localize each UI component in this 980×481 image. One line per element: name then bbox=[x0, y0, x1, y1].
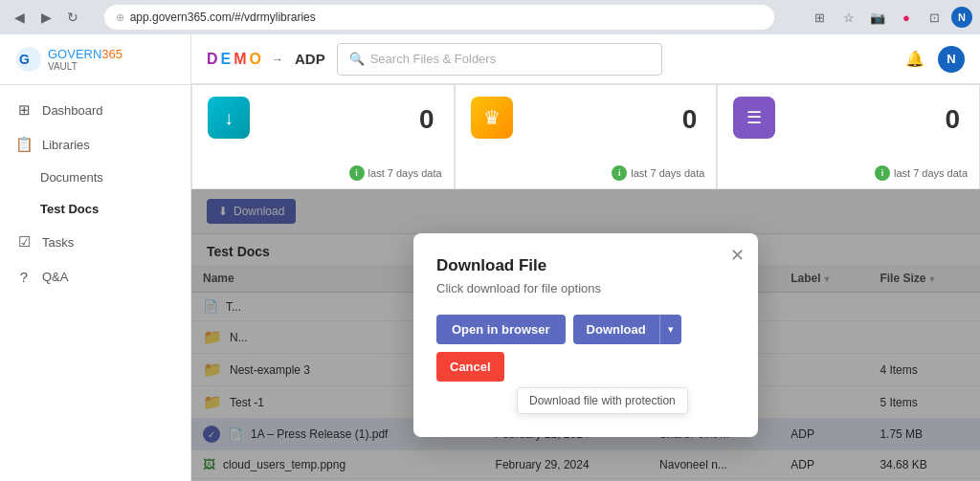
modal-subtitle: Click download for file options bbox=[436, 281, 735, 295]
logo-365: 365 bbox=[101, 47, 122, 61]
stat-icon-gold: ♛ bbox=[471, 97, 513, 139]
download-main-button[interactable]: Download bbox=[573, 315, 659, 344]
extensions-button[interactable]: ⊞ bbox=[808, 5, 833, 30]
sidebar-item-qna[interactable]: ? Q&A bbox=[0, 259, 190, 294]
stat-card-2: ☰ 0 i last 7 days data bbox=[717, 84, 980, 189]
stat-icon-wrap-1: ♛ bbox=[471, 97, 702, 139]
stat-count-1: 0 bbox=[682, 104, 698, 135]
address-bar[interactable]: ⊕ app.govern365.com/#/vdrmylibraries bbox=[104, 5, 774, 30]
cancel-button[interactable]: Cancel bbox=[436, 352, 504, 382]
qna-icon: ? bbox=[15, 268, 33, 285]
modal-overlay: Download File Click download for file op… bbox=[191, 189, 980, 481]
search-box[interactable]: 🔍 Search Files & Folders bbox=[337, 43, 662, 76]
user-avatar: N bbox=[938, 46, 965, 73]
client-label: ADP bbox=[295, 51, 325, 67]
sidebar-item-documents[interactable]: Documents bbox=[0, 162, 190, 193]
info-dot-0: i bbox=[349, 165, 365, 181]
sidebar-item-tasks-label: Tasks bbox=[42, 235, 74, 250]
extensions2-button[interactable]: ⊡ bbox=[923, 5, 947, 30]
content-area: ⬇ Download Test Docs Name Modified▼ Modi… bbox=[191, 189, 980, 481]
modal-actions: Open in browser Download ▾ Cancel bbox=[436, 315, 735, 382]
teal-icon-symbol: ↓ bbox=[224, 107, 234, 129]
sidebar-item-qna-label: Q&A bbox=[42, 270, 68, 284]
topbar: D E M O → ADP 🔍 Search Files & Folders 🔔… bbox=[191, 34, 980, 84]
stat-footer-2: i last 7 days data bbox=[875, 165, 968, 181]
download-file-modal: Download File Click download for file op… bbox=[413, 233, 758, 437]
sidebar: G GOVERN365 VAULT ⊞ Dashboard 📋 Librarie… bbox=[0, 34, 191, 481]
forward-button[interactable]: ▶ bbox=[34, 6, 57, 29]
open-in-browser-button[interactable]: Open in browser bbox=[436, 315, 566, 344]
back-button[interactable]: ◀ bbox=[8, 6, 31, 29]
download-protection-option[interactable]: Download file with protection bbox=[517, 387, 688, 414]
modal-close-button[interactable]: ✕ bbox=[730, 247, 745, 264]
sidebar-item-libraries-label: Libraries bbox=[42, 138, 90, 152]
sidebar-nav: ⊞ Dashboard 📋 Libraries Documents Test D… bbox=[0, 85, 190, 481]
sidebar-item-libraries[interactable]: 📋 Libraries bbox=[0, 127, 190, 162]
close-icon: ✕ bbox=[730, 246, 745, 265]
demo-d: D bbox=[207, 51, 217, 68]
app-container: G GOVERN365 VAULT ⊞ Dashboard 📋 Librarie… bbox=[0, 34, 980, 481]
reload-button[interactable]: ↻ bbox=[61, 6, 84, 29]
stat-count-0: 0 bbox=[419, 104, 434, 135]
stat-icon-wrap-2: ☰ bbox=[733, 97, 964, 139]
tasks-icon: ☑ bbox=[15, 233, 33, 251]
logo-icon: G bbox=[15, 46, 42, 73]
stat-icon-wrap-0: ↓ bbox=[208, 97, 438, 139]
right-panel: D E M O → ADP 🔍 Search Files & Folders 🔔… bbox=[191, 34, 980, 481]
sidebar-item-documents-label: Documents bbox=[40, 170, 103, 185]
stat-footer-1: i last 7 days data bbox=[612, 165, 704, 181]
modal-title: Download File bbox=[436, 256, 735, 275]
logo-govern: GOVERN bbox=[48, 47, 101, 61]
search-placeholder: Search Files & Folders bbox=[370, 52, 497, 66]
sidebar-item-dashboard[interactable]: ⊞ Dashboard bbox=[0, 93, 190, 127]
sidebar-item-testdocs[interactable]: Test Docs bbox=[0, 193, 190, 225]
browser-right-icons: ⊞ ☆ 📷 ● ⊡ N bbox=[808, 5, 972, 30]
notifications-button[interactable]: 🔔 bbox=[900, 44, 930, 75]
svg-text:G: G bbox=[19, 52, 30, 67]
stat-icon-teal: ↓ bbox=[208, 97, 250, 139]
demo-o: O bbox=[250, 51, 260, 68]
stat-count-2: 0 bbox=[945, 104, 960, 135]
bookmark-button[interactable]: ☆ bbox=[836, 5, 861, 30]
dashboard-icon: ⊞ bbox=[15, 101, 33, 119]
stat-card-0: ↓ 0 i last 7 days data bbox=[191, 84, 455, 189]
sidebar-item-testdocs-label: Test Docs bbox=[40, 202, 99, 216]
stat-footer-0: i last 7 days data bbox=[349, 165, 442, 181]
sidebar-logo: G GOVERN365 VAULT bbox=[0, 34, 190, 85]
demo-m: M bbox=[234, 51, 245, 68]
topbar-right: 🔔 N bbox=[900, 44, 965, 75]
stat-card-1: ♛ 0 i last 7 days data bbox=[455, 84, 718, 189]
download-dropdown-arrow[interactable]: ▾ bbox=[659, 315, 681, 344]
sidebar-item-tasks[interactable]: ☑ Tasks bbox=[0, 225, 190, 259]
demo-badge: D E M O bbox=[207, 51, 260, 68]
browser-chrome: ◀ ▶ ↻ ⊕ app.govern365.com/#/vdrmylibrari… bbox=[0, 0, 980, 34]
purple-icon-symbol: ☰ bbox=[746, 107, 762, 128]
user-profile-button[interactable]: N bbox=[951, 7, 972, 28]
demo-e: E bbox=[221, 51, 231, 68]
download-split-button: Download ▾ bbox=[573, 315, 681, 344]
screenshot-button[interactable]: 📷 bbox=[865, 5, 890, 30]
demo-arrow: → bbox=[272, 53, 283, 66]
stats-row: ↓ 0 i last 7 days data ♛ 0 i la bbox=[191, 84, 980, 189]
browser-controls: ◀ ▶ ↻ bbox=[8, 6, 84, 29]
logo-text: GOVERN365 VAULT bbox=[48, 47, 122, 72]
sidebar-item-dashboard-label: Dashboard bbox=[42, 103, 103, 118]
url-text: app.govern365.com/#/vdrmylibraries bbox=[130, 11, 316, 24]
libraries-icon: 📋 bbox=[15, 136, 33, 153]
stat-icon-purple: ☰ bbox=[733, 97, 775, 139]
chromium-button[interactable]: ● bbox=[894, 5, 919, 30]
info-dot-1: i bbox=[612, 165, 627, 181]
logo-vault: VAULT bbox=[48, 61, 122, 72]
info-dot-2: i bbox=[875, 165, 890, 181]
gold-icon-symbol: ♛ bbox=[483, 106, 501, 129]
